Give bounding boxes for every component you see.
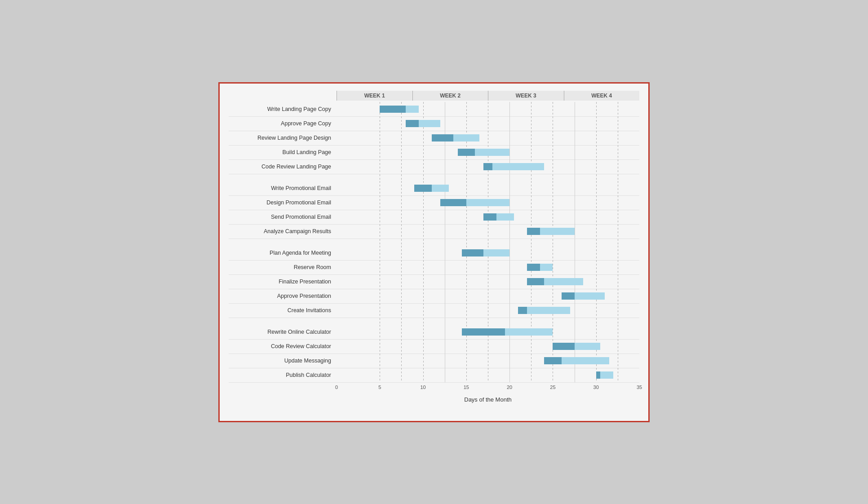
grid-line xyxy=(618,303,618,318)
grid-line xyxy=(618,354,618,368)
grid-line xyxy=(575,210,575,224)
task-row: Code Review Calculator xyxy=(229,340,639,354)
grid-line xyxy=(466,318,467,325)
task-label: Finalize Presentation xyxy=(229,279,337,285)
grid-line xyxy=(531,289,531,303)
grid-line xyxy=(596,224,597,239)
grid-line xyxy=(553,239,553,246)
week-label: WEEK 3 xyxy=(488,91,564,101)
grid-line xyxy=(553,260,553,274)
grid-line xyxy=(531,174,531,181)
grid-line xyxy=(488,174,488,181)
grid-line xyxy=(466,102,467,116)
grid-line xyxy=(553,131,553,145)
bar-light xyxy=(406,106,419,113)
grid-line xyxy=(553,181,553,195)
grid-line xyxy=(423,303,424,318)
grid-line xyxy=(596,116,597,131)
grid-line xyxy=(445,174,445,181)
task-label: Review Landing Page Design xyxy=(229,135,337,141)
grid-line xyxy=(380,303,380,318)
task-bar xyxy=(518,307,570,314)
grid-line xyxy=(466,289,467,303)
grid-line xyxy=(445,339,445,354)
bar-dark xyxy=(483,163,492,170)
grid-line xyxy=(618,181,618,195)
grid-line xyxy=(401,224,402,239)
grid-line xyxy=(401,303,402,318)
grid-line xyxy=(488,303,488,318)
grid-line xyxy=(596,260,597,274)
grid-line xyxy=(553,195,553,210)
x-tick: 30 xyxy=(593,385,599,390)
task-label: Update Messaging xyxy=(229,358,337,364)
gantt-area xyxy=(337,325,639,339)
task-bar xyxy=(553,343,600,350)
gantt-area xyxy=(337,116,639,131)
spacer-row xyxy=(229,239,639,246)
task-label: Write Promotional Email xyxy=(229,185,337,191)
bar-light xyxy=(544,278,583,285)
task-bar xyxy=(527,264,553,271)
grid-line xyxy=(466,354,467,368)
bar-light xyxy=(540,264,553,271)
task-bar xyxy=(462,249,509,256)
grid-line xyxy=(596,303,597,318)
grid-line xyxy=(380,246,380,260)
grid-line xyxy=(509,368,510,382)
grid-line xyxy=(488,260,488,274)
x-axis-label: Days of the Month xyxy=(337,396,639,403)
grid-line xyxy=(575,246,575,260)
grid-line xyxy=(596,318,597,325)
grid-line xyxy=(401,131,402,145)
grid-line xyxy=(423,354,424,368)
grid-line xyxy=(401,174,402,181)
grid-line xyxy=(401,368,402,382)
gantt-area xyxy=(337,246,639,260)
bar-light xyxy=(575,343,601,350)
grid-line xyxy=(575,318,575,325)
grid-line xyxy=(618,318,618,325)
grid-line xyxy=(531,131,531,145)
bar-dark xyxy=(483,213,496,221)
grid-line xyxy=(380,318,380,325)
grid-line xyxy=(466,239,467,246)
task-label: Send Promotional Email xyxy=(229,214,337,220)
grid-line xyxy=(575,159,575,174)
grid-line xyxy=(618,368,618,382)
grid-line xyxy=(380,239,380,246)
bar-dark xyxy=(553,343,574,350)
week-label: WEEK 4 xyxy=(564,91,640,101)
task-label: Reserve Room xyxy=(229,264,337,270)
grid-line xyxy=(445,224,445,239)
grid-line xyxy=(380,224,380,239)
grid-line xyxy=(618,174,618,181)
grid-line xyxy=(531,354,531,368)
bar-light xyxy=(475,149,509,156)
grid-line xyxy=(575,303,575,318)
grid-line xyxy=(445,246,445,260)
grid-line xyxy=(509,145,510,159)
bar-light xyxy=(466,199,509,206)
gantt-area xyxy=(337,339,639,354)
task-label: Approve Presentation xyxy=(229,293,337,299)
grid-line xyxy=(488,131,488,145)
spacer-gantt xyxy=(337,239,639,246)
grid-line xyxy=(575,224,575,239)
grid-line xyxy=(575,239,575,246)
week-label: WEEK 2 xyxy=(412,91,488,101)
grid-line xyxy=(445,145,445,159)
x-axis-ticks: 05101520253035 xyxy=(337,385,639,393)
x-tick: 15 xyxy=(464,385,469,390)
task-bar xyxy=(462,328,553,336)
grid-line xyxy=(553,174,553,181)
grid-line xyxy=(466,274,467,289)
grid-line xyxy=(618,339,618,354)
grid-line xyxy=(596,102,597,116)
grid-line xyxy=(618,159,618,174)
bar-dark xyxy=(406,120,419,127)
grid-line xyxy=(445,368,445,382)
grid-line xyxy=(445,239,445,246)
task-bar xyxy=(596,371,614,379)
task-label: Create Invitations xyxy=(229,307,337,314)
